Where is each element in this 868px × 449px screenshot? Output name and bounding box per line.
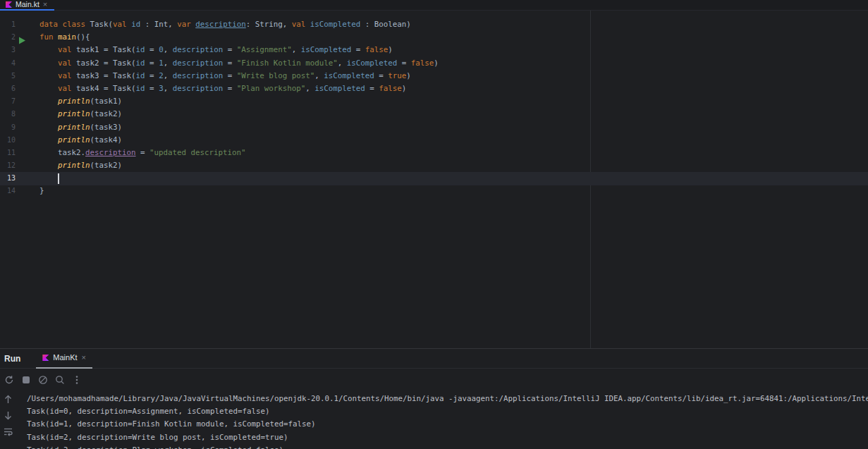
console-output[interactable]: /Users/mohamadhamade/Library/Java/JavaVi… [27, 393, 868, 449]
line-number[interactable]: 7 [0, 95, 16, 108]
console-line: Task(id=0, description=Assignment, isCom… [27, 405, 868, 418]
code-line[interactable]: val task2 = Task(id = 1, description = "… [39, 57, 868, 70]
line-number[interactable]: 5 [0, 70, 16, 82]
run-tab-mainkt[interactable]: MainKt × [36, 349, 92, 369]
soft-wrap-icon[interactable] [3, 426, 13, 437]
line-number[interactable]: 10 [0, 134, 16, 147]
code-line[interactable]: val task4 = Task(id = 3, description = "… [39, 82, 868, 95]
rerun-icon[interactable] [4, 375, 14, 386]
clear-all-icon[interactable] [37, 375, 48, 386]
code-line[interactable]: println(task1) [39, 95, 868, 108]
text-caret [58, 173, 59, 184]
gutter-line-numbers[interactable]: 1234567891011121314 [0, 18, 16, 198]
code-line[interactable]: } [39, 185, 868, 197]
run-toolbar [0, 369, 868, 391]
kotlin-run-icon [42, 355, 49, 361]
line-number[interactable]: 8 [0, 108, 16, 121]
code-line[interactable]: println(task4) [39, 134, 868, 147]
line-number[interactable]: 13 [0, 172, 16, 185]
more-options-icon[interactable] [71, 375, 82, 386]
line-number[interactable]: 14 [0, 185, 16, 197]
run-tab-title: MainKt [53, 354, 77, 362]
code-lines[interactable]: data class Task(val id : Int, var descri… [39, 18, 868, 198]
line-number[interactable]: 6 [0, 82, 16, 95]
line-number[interactable]: 3 [0, 44, 16, 56]
console-line: Task(id=1, description=Finish Kotlin mod… [27, 418, 868, 431]
run-panel-title: Run [4, 354, 20, 364]
close-icon[interactable]: × [43, 1, 47, 8]
search-icon[interactable] [54, 375, 65, 386]
run-main-icon[interactable] [18, 34, 26, 42]
console-rail [3, 394, 13, 437]
editor-tab-title: Main.kt [16, 1, 39, 8]
code-line[interactable]: fun main(){ [39, 31, 868, 44]
editor-tab-bar: Main.kt × [0, 0, 868, 11]
console-line: Task(id=2, description=Write blog post, … [27, 431, 868, 444]
kotlin-file-icon [6, 1, 12, 8]
run-header: Run MainKt × [0, 349, 868, 369]
line-number[interactable]: 4 [0, 57, 16, 70]
up-arrow-icon[interactable] [3, 394, 13, 405]
code-line[interactable]: val task3 = Task(id = 2, description = "… [39, 70, 868, 82]
code-line[interactable]: val task1 = Task(id = 0, description = "… [39, 44, 868, 56]
code-editor[interactable]: 1234567891011121314 data class Task(val … [0, 11, 868, 348]
code-line[interactable] [39, 172, 868, 185]
tab-main-kt[interactable]: Main.kt × [0, 0, 54, 11]
close-icon[interactable]: × [82, 354, 86, 362]
code-line[interactable]: println(task2) [39, 108, 868, 121]
line-number[interactable]: 11 [0, 147, 16, 159]
code-line[interactable]: println(task2) [39, 159, 868, 172]
line-number[interactable]: 9 [0, 121, 16, 134]
console-line: Task(id=3, description=Plan workshop, is… [27, 444, 868, 449]
line-number[interactable]: 12 [0, 159, 16, 172]
code-line[interactable]: println(task3) [39, 121, 868, 134]
console-line: /Users/mohamadhamade/Library/Java/JavaVi… [27, 393, 868, 405]
line-number[interactable]: 1 [0, 18, 16, 31]
stop-icon[interactable] [20, 375, 31, 386]
line-number[interactable]: 2 [0, 31, 16, 44]
code-line[interactable]: task2.description = "updated description… [39, 147, 868, 159]
down-arrow-icon[interactable] [3, 410, 13, 421]
run-tool-window: Run MainKt × [0, 348, 868, 449]
code-line[interactable]: data class Task(val id : Int, var descri… [39, 18, 868, 31]
